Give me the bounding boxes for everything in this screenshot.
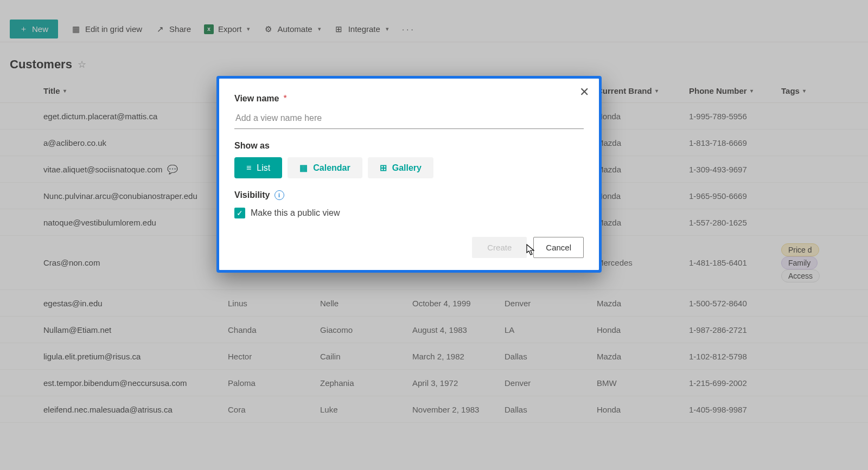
show-as-gallery[interactable]: ⊞ Gallery <box>368 157 433 178</box>
cancel-button[interactable]: Cancel <box>533 237 584 258</box>
show-as-options: ≡ List ▦ Calendar ⊞ Gallery <box>234 157 584 178</box>
create-button: Create <box>472 237 527 258</box>
show-as-list-label: List <box>257 163 270 173</box>
show-as-gallery-label: Gallery <box>392 163 422 173</box>
visibility-label: Visibility <box>234 190 270 200</box>
view-name-input[interactable] <box>234 109 584 129</box>
required-asterisk: * <box>283 94 286 104</box>
close-icon: ✕ <box>579 85 589 99</box>
show-as-calendar[interactable]: ▦ Calendar <box>288 157 362 178</box>
gallery-icon: ⊞ <box>380 163 387 173</box>
view-name-label-row: View name * <box>234 94 584 104</box>
info-icon[interactable]: i <box>275 190 284 200</box>
dialog-actions: Create Cancel <box>234 237 584 258</box>
list-icon: ≡ <box>246 163 251 173</box>
create-view-dialog: ✕ View name * Show as ≡ List ▦ Calendar … <box>216 76 602 273</box>
view-name-label: View name <box>234 94 279 104</box>
public-view-label: Make this a public view <box>251 208 340 218</box>
calendar-icon: ▦ <box>299 163 308 173</box>
visibility-label-row: Visibility i <box>234 190 584 200</box>
show-as-label: Show as <box>234 141 584 151</box>
show-as-calendar-label: Calendar <box>313 163 350 173</box>
close-button[interactable]: ✕ <box>579 86 589 98</box>
show-as-list[interactable]: ≡ List <box>234 157 282 178</box>
public-view-checkbox[interactable]: ✓ <box>234 208 245 218</box>
public-view-row[interactable]: ✓ Make this a public view <box>234 208 584 218</box>
